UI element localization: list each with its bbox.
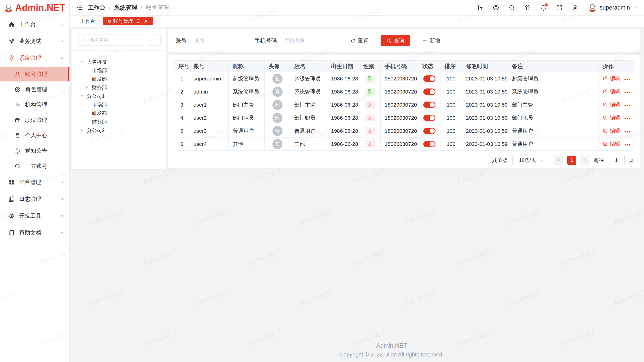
fullscreen-icon[interactable] [556,4,563,11]
reset-button[interactable]: 重置 [345,35,374,46]
cell-phone: 18020030720 [381,72,418,85]
add-button[interactable]: 新增 [417,35,446,46]
org-more-button[interactable]: ... [148,34,161,46]
tree-caret-icon[interactable] [79,127,85,133]
cell-order: 100 [440,85,462,98]
edit-button[interactable]: 编辑 [603,127,620,134]
more-actions-button[interactable]: ••• [624,90,631,95]
next-page-button[interactable] [580,156,589,165]
page-size-select[interactable]: 10条/页 [512,155,550,165]
cell-index: 2 [174,85,189,98]
sidebar-item-platform[interactable]: 平台管理 [0,174,69,190]
collapse-menu-icon[interactable] [76,4,83,11]
edit-button[interactable]: 编辑 [603,101,620,108]
tree-node[interactable]: 研发部 [72,75,166,83]
cell-index: 1 [174,72,189,85]
sidebar-item-send[interactable]: 业务测试 [0,33,69,49]
edit-button[interactable]: 编辑 [603,88,620,95]
goto-page-input[interactable] [608,155,625,165]
cell-birth: 1986-06-28 [327,72,359,85]
tree-node[interactable]: 财务部 [72,117,166,126]
tree-node[interactable]: 市场部 [72,100,166,109]
refresh-tab-icon[interactable] [136,19,141,24]
sidebar-item-role[interactable]: 角色管理 [0,82,69,97]
cell-gender: 女 [359,111,381,124]
cell-name: 部门职员 [290,111,327,124]
tab-account-active[interactable]: 账号管理 [103,17,153,25]
breadcrumb-workbench[interactable]: 工作台 [88,4,105,12]
tree-caret-icon[interactable] [79,59,85,65]
sidebar-item-gear[interactable]: 系统管理 [0,50,69,66]
more-actions-button[interactable]: ••• [624,77,631,82]
cell-name: 部门主管 [290,98,327,111]
cell-status [418,124,440,138]
tree-node[interactable]: 研发部 [72,109,166,117]
status-toggle[interactable] [423,115,435,121]
sidebar-item-label: 账号管理 [25,70,47,78]
sidebar-item-org[interactable]: 机构管理 [0,98,69,112]
sidebar-item-book[interactable]: 帮助文档 [0,225,69,241]
status-toggle[interactable] [423,128,435,134]
sidebar-item-medal[interactable]: 个人中心 [0,128,69,143]
phone-input[interactable] [281,35,334,46]
cell-account: superadmin [189,72,229,85]
status-toggle[interactable] [423,141,435,147]
sidebar-item-label: 平台管理 [19,178,41,186]
search-icon[interactable] [508,4,515,11]
tree-node[interactable]: 分公司2 [72,126,166,134]
tree-caret-icon[interactable] [84,85,90,90]
tab-workbench[interactable]: 工作台 [76,17,100,25]
sidebar-item-user[interactable]: 账号管理 [0,67,69,81]
sidebar-item-home[interactable]: 工作台 [0,16,69,32]
close-tab-icon[interactable] [143,19,148,24]
sidebar-item-bell[interactable]: 通知公告 [0,144,69,158]
edit-button[interactable]: 编辑 [603,114,620,121]
sidebar-item-log[interactable]: 日志管理 [0,191,69,207]
theme-icon[interactable] [524,4,531,11]
cell-index: 6 [174,138,189,151]
page-size-value: 10条/页 [519,157,536,164]
notification-icon[interactable] [540,4,547,11]
more-actions-button[interactable]: ••• [624,129,631,134]
tree-node[interactable]: 大名科技 [72,58,166,66]
tree-node[interactable]: 财务部 [72,83,166,92]
gear-icon [8,55,15,61]
tree-node[interactable]: 分公司1 [72,92,166,100]
search-button[interactable]: 查询 [381,35,410,46]
account-input[interactable] [191,35,244,46]
sidebar-item-position[interactable]: 职位管理 [0,113,69,127]
sidebar-item-chat[interactable]: 三方账号 [0,159,69,173]
font-size-icon[interactable]: TT [477,4,484,11]
user-menu[interactable]: superadmin [588,3,637,13]
prev-page-button[interactable] [554,156,563,165]
tree-caret-icon [84,68,90,73]
cell-modified: 2023-01-03 10:59:44 [462,124,508,138]
page-1-button[interactable]: 1 [567,156,576,165]
edit-button[interactable]: 编辑 [603,75,620,82]
platform-icon [8,179,15,186]
sidebar-item-cpu[interactable]: 开发工具 [0,208,69,224]
org-search-input[interactable] [89,37,141,43]
status-toggle[interactable] [423,102,435,108]
breadcrumb-system[interactable]: 系统管理 [114,4,137,12]
language-icon[interactable] [493,4,499,11]
cell-remark: 普通用户 [508,138,599,151]
table-header-row: 序号账号昵称头像姓名出生日期性别手机号码状态排序修改时间备注操作 [174,61,634,72]
user-icon[interactable] [572,4,579,11]
search-label: 查询 [394,37,404,44]
app-logo[interactable]: Admin.NET [0,0,69,16]
edit-button[interactable]: 编辑 [603,140,620,147]
status-toggle[interactable] [423,75,435,82]
tree-caret-icon[interactable] [79,93,85,99]
sidebar-item-label: 系统管理 [19,54,41,62]
more-actions-button[interactable]: ••• [624,116,631,121]
status-toggle[interactable] [423,88,435,95]
cell-order: 100 [440,72,462,85]
more-actions-button[interactable]: ••• [624,142,631,148]
tree-node[interactable]: 市场部 [72,66,166,75]
table-row: 2admin系统管理员系系统管理员1986-06-28男180200307201… [174,85,634,98]
sidebar-item-label: 角色管理 [25,86,47,93]
more-actions-button[interactable]: ••• [624,103,631,108]
edit-label: 编辑 [610,140,620,147]
cell-remark: 系统管理员 [508,85,599,98]
